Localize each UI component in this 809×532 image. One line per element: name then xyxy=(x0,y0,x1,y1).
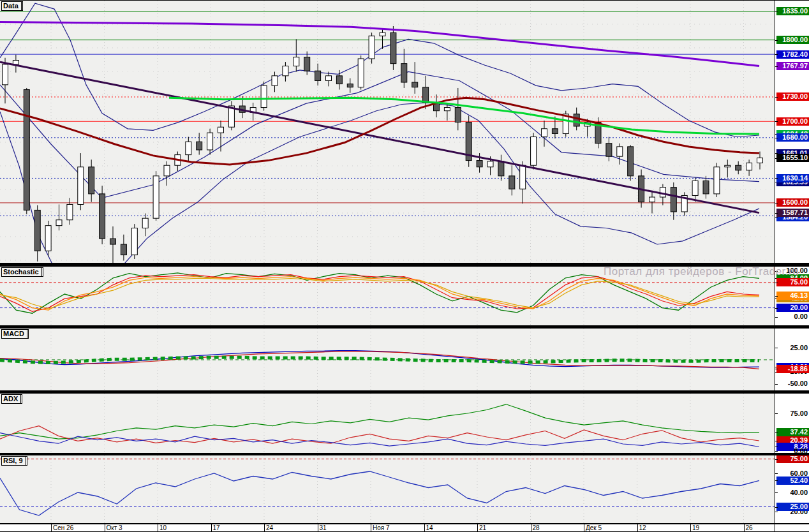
time-axis-separator xyxy=(318,524,318,531)
date-label: Дек 5 xyxy=(586,524,602,531)
macd-panel[interactable] xyxy=(0,329,775,390)
time-axis-separator xyxy=(371,524,371,531)
scale-label: 0.00 xyxy=(776,313,809,321)
time-axis-separator xyxy=(105,524,105,531)
scale-tick xyxy=(775,441,778,441)
scale-tick xyxy=(775,348,778,348)
date-label: 17 xyxy=(213,524,220,531)
scale-tick xyxy=(775,97,778,98)
scale-tick xyxy=(775,11,778,12)
scale-tick xyxy=(775,308,778,309)
scale-label: -18.86 xyxy=(776,365,809,373)
time-axis[interactable]: Сен 26Окт 310172431Ноя 7142128Дек 512192… xyxy=(0,524,775,531)
panel-separator xyxy=(0,0,809,1)
scale-tick xyxy=(775,480,778,481)
time-axis-separator xyxy=(531,524,531,531)
scale-tick xyxy=(775,473,778,474)
scale-tick xyxy=(775,512,778,512)
date-label: 28 xyxy=(533,524,540,531)
scale-tick xyxy=(775,317,778,318)
time-axis-separator xyxy=(158,524,158,531)
scale-label: 1782.40 xyxy=(776,50,809,59)
scale-label: 1835.00 xyxy=(776,7,809,15)
scale-label: 37.42 xyxy=(776,428,809,436)
date-label: 21 xyxy=(479,524,486,531)
scale-tick xyxy=(775,121,778,122)
date-label: 10 xyxy=(160,524,167,531)
rsi-panel[interactable] xyxy=(0,455,775,523)
date-label: 14 xyxy=(426,524,433,531)
scale-tick xyxy=(775,451,778,452)
date-label: Сен 26 xyxy=(53,524,73,531)
scale-tick xyxy=(775,66,778,67)
panel-separator xyxy=(0,523,809,524)
scale-tick xyxy=(775,296,778,297)
time-axis-separator xyxy=(51,524,52,531)
scale-label: 1730.00 xyxy=(776,92,809,101)
scale-tick xyxy=(775,271,778,272)
scale-tick xyxy=(775,217,778,218)
scale-tick xyxy=(775,492,778,493)
scale-tick xyxy=(775,507,778,508)
price-panel[interactable] xyxy=(0,1,775,263)
scale-tick xyxy=(775,384,778,385)
scale-tick xyxy=(775,178,778,179)
scale-label: 40.00 xyxy=(776,489,809,497)
time-axis-separator xyxy=(477,524,478,531)
panel-separator xyxy=(0,263,809,267)
time-axis-separator xyxy=(744,524,745,531)
trading-chart-window: 1835.001800.001782.401767.971730.001684.… xyxy=(0,0,809,532)
scale-label: 1587.71 xyxy=(776,209,809,217)
scale-label: 1680.00 xyxy=(776,133,809,142)
scale-tick xyxy=(775,369,778,369)
scale-tick xyxy=(775,203,778,203)
time-axis-separator xyxy=(690,524,691,531)
scale-label: 1767.97 xyxy=(776,62,809,70)
date-label: 19 xyxy=(692,524,699,531)
panel-separator xyxy=(0,390,809,394)
panel-tab-rsi[interactable]: RSI, 9 xyxy=(1,456,27,466)
scale-label: 1700.00 xyxy=(776,117,809,126)
time-axis-separator xyxy=(264,524,265,531)
scale-label: 1630.14 xyxy=(776,174,809,182)
scale-label: 75.00 xyxy=(776,410,809,418)
scale-label: -50.00 xyxy=(776,380,809,388)
time-axis-separator xyxy=(211,524,212,531)
panel-separator xyxy=(0,453,809,455)
scale-tick xyxy=(775,283,778,283)
scale-tick xyxy=(775,40,778,41)
date-label: 24 xyxy=(266,524,273,531)
time-axis-separator xyxy=(424,524,425,531)
scale-label: 25.00 xyxy=(776,503,809,511)
stochastic-panel[interactable] xyxy=(0,267,775,325)
scale-tick xyxy=(775,158,778,159)
scale-label: 25.00 xyxy=(776,344,809,352)
scale-tick xyxy=(775,413,778,414)
scale-label: 1800.00 xyxy=(776,36,809,44)
scale-tick xyxy=(775,213,778,214)
date-label: Окт 3 xyxy=(107,524,122,531)
scale-tick xyxy=(775,138,778,138)
scale-tick xyxy=(775,432,778,433)
time-axis-separator xyxy=(584,524,584,531)
scale-tick xyxy=(775,54,778,55)
date-label: 31 xyxy=(320,524,327,531)
panel-separator xyxy=(0,325,809,329)
panel-tab-stochastic[interactable]: Stochastic xyxy=(1,267,43,277)
panel-tab-macd[interactable]: MACD xyxy=(1,329,29,339)
time-axis-separator xyxy=(637,524,638,531)
date-label: 12 xyxy=(639,524,646,531)
scale-label: 1655.10 xyxy=(776,154,809,162)
date-label: Ноя 7 xyxy=(373,524,390,531)
scale-label: 75.00 xyxy=(776,455,809,463)
date-label: 26 xyxy=(746,524,753,531)
panel-tab-adx[interactable]: ADX xyxy=(1,394,22,404)
scale-label: 1600.00 xyxy=(776,198,809,207)
panel-tab-data[interactable]: Data xyxy=(1,1,23,11)
scale-label: 52.40 xyxy=(776,477,809,485)
scale-tick xyxy=(775,459,778,460)
scale-label: 46.13 xyxy=(776,292,809,300)
adx-panel[interactable] xyxy=(0,394,775,453)
scale-label: 75.00 xyxy=(776,278,809,286)
scale-label: 20.00 xyxy=(776,304,809,312)
